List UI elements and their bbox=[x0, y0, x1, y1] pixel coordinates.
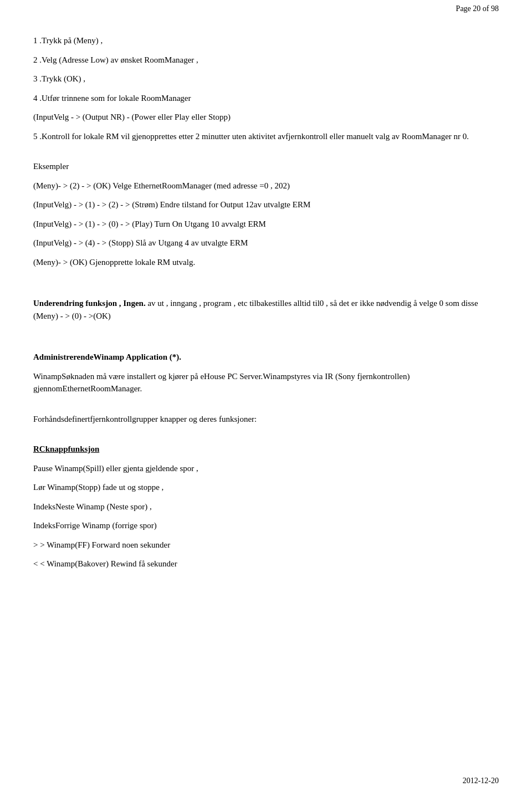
page-header: Page 20 of 98 bbox=[33, 0, 499, 24]
spacer-2 bbox=[33, 275, 499, 286]
rc-heading: RCknappfunksjon bbox=[33, 443, 499, 456]
rc-2: Lør Winamp(Stopp) fade ut og stoppe , bbox=[33, 481, 499, 494]
spacer-3 bbox=[33, 286, 499, 297]
spacer-6 bbox=[33, 402, 499, 413]
admin-heading: AdministrerendeWinamp Application (*). bbox=[33, 351, 499, 364]
example-4: (InputVelg) - > (4) - > (Stopp) Slå av U… bbox=[33, 237, 499, 249]
example-1: (Meny)- > (2) - > (OK) Velge EthernetRoo… bbox=[33, 180, 499, 192]
item-4: 4 .Utfør trinnene som for lokale RoomMan… bbox=[33, 92, 499, 105]
example-3: (InputVelg) - > (1) - > (0) - > (Play) T… bbox=[33, 218, 499, 231]
footer-date: 2012-12-20 bbox=[463, 777, 499, 785]
rc-6: < < Winamp(Bakover) Rewind få sekunder bbox=[33, 558, 499, 570]
examples-heading: Eksempler bbox=[33, 160, 499, 173]
example-5: (Meny)- > (OK) Gjenopprette lokale RM ut… bbox=[33, 256, 499, 269]
item-5: 5 .Kontroll for lokale RM vil gjenoppret… bbox=[33, 130, 499, 143]
spacer-1 bbox=[33, 149, 499, 160]
item-4b: (InputVelg - > (Output NR) - (Power elle… bbox=[33, 111, 499, 124]
spacer-5 bbox=[33, 340, 499, 351]
spacer-7 bbox=[33, 432, 499, 443]
page-container: Page 20 of 98 1 .Trykk på (Meny) , 2 .Ve… bbox=[0, 0, 532, 802]
rc-1: Pause Winamp(Spill) eller gjenta gjelden… bbox=[33, 462, 499, 475]
spacer-4 bbox=[33, 329, 499, 340]
rc-3: IndeksNeste Winamp (Neste spor) , bbox=[33, 500, 499, 513]
content-block: 1 .Trykk på (Meny) , 2 .Velg (Adresse Lo… bbox=[33, 34, 499, 570]
example-2: (InputVelg) - > (1) - > (2) - > (Strøm) … bbox=[33, 198, 499, 211]
item-3: 3 .Trykk (OK) , bbox=[33, 73, 499, 85]
item-2: 2 .Velg (Adresse Low) av ønsket RoomMana… bbox=[33, 54, 499, 67]
admin-text: WinampSøknaden må være installert og kjø… bbox=[33, 370, 499, 395]
underendring-section: Underendring funksjon , Ingen. av ut , i… bbox=[33, 297, 499, 322]
page-number: Page 20 of 98 bbox=[456, 4, 499, 13]
rc-4: IndeksForrige Winamp (forrige spor) bbox=[33, 519, 499, 532]
underendring-heading: Underendring funksjon , Ingen. bbox=[33, 299, 147, 308]
item-1: 1 .Trykk på (Meny) , bbox=[33, 34, 499, 47]
rc-5: > > Winamp(FF) Forward noen sekunder bbox=[33, 539, 499, 551]
forhands-text: Forhåndsdefinertfjernkontrollgrupper kna… bbox=[33, 413, 499, 426]
